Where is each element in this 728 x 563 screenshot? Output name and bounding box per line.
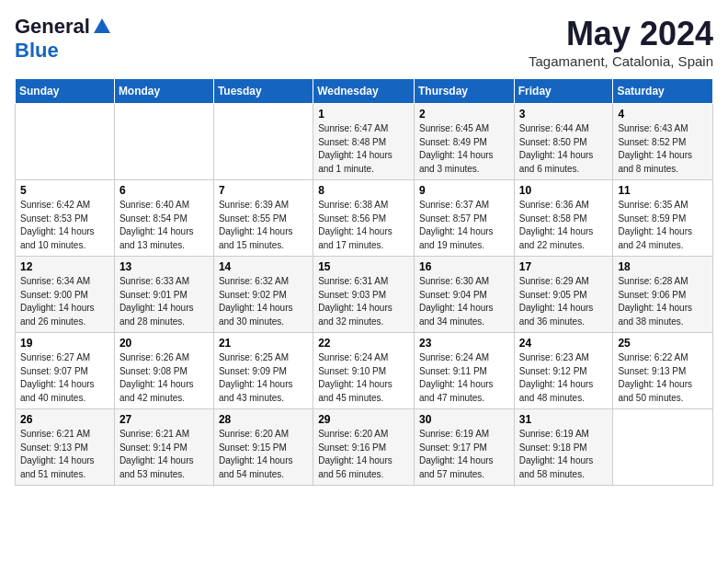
calendar-week-row: 19Sunrise: 6:27 AM Sunset: 9:07 PM Dayli… — [16, 333, 713, 409]
day-number: 31 — [519, 413, 609, 426]
day-number: 24 — [519, 337, 609, 350]
day-number: 4 — [618, 108, 708, 121]
day-info: Sunrise: 6:34 AM Sunset: 9:00 PM Dayligh… — [20, 275, 109, 328]
day-number: 12 — [20, 260, 109, 273]
day-info: Sunrise: 6:28 AM Sunset: 9:06 PM Dayligh… — [618, 275, 708, 328]
day-info: Sunrise: 6:40 AM Sunset: 8:54 PM Dayligh… — [119, 199, 209, 252]
day-info: Sunrise: 6:21 AM Sunset: 9:14 PM Dayligh… — [119, 428, 209, 481]
day-info: Sunrise: 6:27 AM Sunset: 9:07 PM Dayligh… — [20, 351, 109, 405]
day-number: 8 — [318, 184, 409, 197]
calendar-day-cell: 6Sunrise: 6:40 AM Sunset: 8:54 PM Daylig… — [114, 180, 213, 257]
calendar-day-cell: 29Sunrise: 6:20 AM Sunset: 9:16 PM Dayli… — [313, 409, 415, 486]
calendar-day-cell: 11Sunrise: 6:35 AM Sunset: 8:59 PM Dayli… — [613, 180, 713, 257]
month-title: May 2024 — [529, 15, 713, 53]
calendar-day-cell — [613, 409, 713, 486]
title-area: May 2024 Tagamanent, Catalonia, Spain — [529, 15, 713, 69]
day-number: 22 — [318, 337, 409, 350]
day-number: 29 — [318, 413, 409, 426]
calendar-day-cell: 24Sunrise: 6:23 AM Sunset: 9:12 PM Dayli… — [514, 333, 613, 409]
day-number: 3 — [519, 108, 609, 121]
day-info: Sunrise: 6:19 AM Sunset: 9:18 PM Dayligh… — [519, 428, 609, 481]
location-subtitle: Tagamanent, Catalonia, Spain — [529, 53, 713, 69]
calendar-day-cell: 18Sunrise: 6:28 AM Sunset: 9:06 PM Dayli… — [613, 257, 713, 333]
logo-blue-text: Blue — [15, 39, 59, 63]
weekday-header-row: SundayMondayTuesdayWednesdayThursdayFrid… — [16, 79, 713, 104]
calendar-day-cell: 7Sunrise: 6:39 AM Sunset: 8:55 PM Daylig… — [213, 180, 313, 257]
calendar-day-cell: 13Sunrise: 6:33 AM Sunset: 9:01 PM Dayli… — [114, 257, 213, 333]
weekday-header-thursday: Thursday — [414, 79, 514, 104]
day-info: Sunrise: 6:43 AM Sunset: 8:52 PM Dayligh… — [618, 122, 708, 176]
calendar-day-cell: 2Sunrise: 6:45 AM Sunset: 8:49 PM Daylig… — [414, 104, 514, 180]
day-number: 14 — [219, 260, 308, 273]
calendar-week-row: 5Sunrise: 6:42 AM Sunset: 8:53 PM Daylig… — [16, 180, 713, 257]
calendar-day-cell: 4Sunrise: 6:43 AM Sunset: 8:52 PM Daylig… — [613, 104, 713, 180]
day-info: Sunrise: 6:38 AM Sunset: 8:56 PM Dayligh… — [318, 199, 409, 252]
day-number: 11 — [618, 184, 708, 197]
day-info: Sunrise: 6:42 AM Sunset: 8:53 PM Dayligh… — [20, 199, 109, 252]
day-info: Sunrise: 6:44 AM Sunset: 8:50 PM Dayligh… — [519, 122, 609, 176]
day-number: 18 — [618, 260, 708, 273]
day-info: Sunrise: 6:37 AM Sunset: 8:57 PM Dayligh… — [419, 199, 509, 252]
calendar-week-row: 1Sunrise: 6:47 AM Sunset: 8:48 PM Daylig… — [16, 104, 713, 180]
day-number: 21 — [219, 337, 308, 350]
day-number: 9 — [419, 184, 509, 197]
calendar-day-cell: 21Sunrise: 6:25 AM Sunset: 9:09 PM Dayli… — [213, 333, 313, 409]
day-info: Sunrise: 6:21 AM Sunset: 9:13 PM Dayligh… — [20, 428, 109, 481]
day-number: 5 — [20, 184, 109, 197]
calendar-week-row: 26Sunrise: 6:21 AM Sunset: 9:13 PM Dayli… — [16, 409, 713, 486]
day-info: Sunrise: 6:29 AM Sunset: 9:05 PM Dayligh… — [519, 275, 609, 328]
day-info: Sunrise: 6:26 AM Sunset: 9:08 PM Dayligh… — [119, 351, 209, 405]
calendar-day-cell: 26Sunrise: 6:21 AM Sunset: 9:13 PM Dayli… — [16, 409, 115, 486]
calendar-day-cell: 14Sunrise: 6:32 AM Sunset: 9:02 PM Dayli… — [213, 257, 313, 333]
day-number: 6 — [119, 184, 209, 197]
day-number: 15 — [318, 260, 409, 273]
calendar-day-cell — [114, 104, 213, 180]
calendar-day-cell: 16Sunrise: 6:30 AM Sunset: 9:04 PM Dayli… — [414, 257, 514, 333]
day-number: 17 — [519, 260, 609, 273]
weekday-header-sunday: Sunday — [16, 79, 115, 104]
calendar-day-cell: 27Sunrise: 6:21 AM Sunset: 9:14 PM Dayli… — [114, 409, 213, 486]
calendar-day-cell: 1Sunrise: 6:47 AM Sunset: 8:48 PM Daylig… — [313, 104, 415, 180]
calendar-day-cell: 8Sunrise: 6:38 AM Sunset: 8:56 PM Daylig… — [313, 180, 415, 257]
day-info: Sunrise: 6:22 AM Sunset: 9:13 PM Dayligh… — [618, 351, 708, 405]
day-info: Sunrise: 6:23 AM Sunset: 9:12 PM Dayligh… — [519, 351, 609, 405]
logo-icon — [92, 17, 112, 37]
calendar-day-cell: 19Sunrise: 6:27 AM Sunset: 9:07 PM Dayli… — [16, 333, 115, 409]
calendar-day-cell: 10Sunrise: 6:36 AM Sunset: 8:58 PM Dayli… — [514, 180, 613, 257]
day-number: 2 — [419, 108, 509, 121]
day-info: Sunrise: 6:39 AM Sunset: 8:55 PM Dayligh… — [219, 199, 308, 252]
day-number: 1 — [318, 108, 409, 121]
header: General Blue May 2024 Tagamanent, Catalo… — [15, 15, 713, 69]
weekday-header-saturday: Saturday — [613, 79, 713, 104]
calendar-day-cell: 9Sunrise: 6:37 AM Sunset: 8:57 PM Daylig… — [414, 180, 514, 257]
day-number: 10 — [519, 184, 609, 197]
day-info: Sunrise: 6:36 AM Sunset: 8:58 PM Dayligh… — [519, 199, 609, 252]
weekday-header-monday: Monday — [114, 79, 213, 104]
calendar-day-cell: 17Sunrise: 6:29 AM Sunset: 9:05 PM Dayli… — [514, 257, 613, 333]
day-number: 30 — [419, 413, 509, 426]
day-info: Sunrise: 6:45 AM Sunset: 8:49 PM Dayligh… — [419, 122, 509, 176]
day-info: Sunrise: 6:20 AM Sunset: 9:16 PM Dayligh… — [318, 428, 409, 481]
day-info: Sunrise: 6:32 AM Sunset: 9:02 PM Dayligh… — [219, 275, 308, 328]
calendar-day-cell: 15Sunrise: 6:31 AM Sunset: 9:03 PM Dayli… — [313, 257, 415, 333]
day-info: Sunrise: 6:30 AM Sunset: 9:04 PM Dayligh… — [419, 275, 509, 328]
day-info: Sunrise: 6:24 AM Sunset: 9:10 PM Dayligh… — [318, 351, 409, 405]
day-number: 7 — [219, 184, 308, 197]
calendar-day-cell: 28Sunrise: 6:20 AM Sunset: 9:15 PM Dayli… — [213, 409, 313, 486]
day-info: Sunrise: 6:25 AM Sunset: 9:09 PM Dayligh… — [219, 351, 308, 405]
day-number: 20 — [119, 337, 209, 350]
day-number: 26 — [20, 413, 109, 426]
calendar-day-cell: 30Sunrise: 6:19 AM Sunset: 9:17 PM Dayli… — [414, 409, 514, 486]
day-info: Sunrise: 6:20 AM Sunset: 9:15 PM Dayligh… — [219, 428, 308, 481]
weekday-header-wednesday: Wednesday — [313, 79, 415, 104]
day-number: 25 — [618, 337, 708, 350]
day-number: 13 — [119, 260, 209, 273]
day-number: 27 — [119, 413, 209, 426]
svg-marker-0 — [94, 18, 110, 33]
weekday-header-friday: Friday — [514, 79, 613, 104]
day-info: Sunrise: 6:35 AM Sunset: 8:59 PM Dayligh… — [618, 199, 708, 252]
calendar-day-cell: 20Sunrise: 6:26 AM Sunset: 9:08 PM Dayli… — [114, 333, 213, 409]
calendar-day-cell: 25Sunrise: 6:22 AM Sunset: 9:13 PM Dayli… — [613, 333, 713, 409]
calendar-table: SundayMondayTuesdayWednesdayThursdayFrid… — [15, 78, 713, 486]
calendar-day-cell: 22Sunrise: 6:24 AM Sunset: 9:10 PM Dayli… — [313, 333, 415, 409]
